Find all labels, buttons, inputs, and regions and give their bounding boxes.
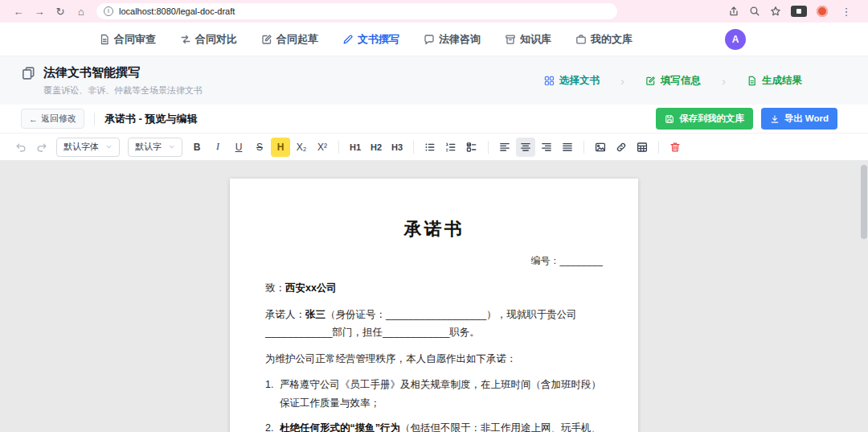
contract-draft-icon — [261, 34, 272, 45]
align-right-button[interactable] — [537, 138, 556, 157]
ordered-list-icon — [445, 142, 457, 153]
underline-button[interactable]: U — [229, 138, 248, 157]
addressee-prefix: 致： — [265, 282, 285, 294]
back-to-edit-button[interactable]: ← 返回修改 — [21, 109, 84, 129]
top-navigation: 合同审查 合同对比 合同起草 文书撰写 法律咨询 知识库 我的文库 A — [0, 23, 868, 56]
chevron-right-icon: › — [620, 74, 624, 88]
document-item-2: 2. 杜绝任何形式的“摸鱼”行为（包括但不限于：非工作用途上网、玩手机、闲聊等与… — [265, 419, 603, 432]
tab-label: 知识库 — [520, 32, 551, 47]
archive-icon — [505, 34, 516, 45]
side-panel-icon[interactable] — [791, 6, 807, 17]
tab-contract-draft[interactable]: 合同起草 — [261, 32, 318, 47]
tab-knowledge-base[interactable]: 知识库 — [505, 32, 551, 47]
step-fill-info[interactable]: 填写信息 — [645, 74, 701, 88]
browser-action-icons: ⋮ — [728, 6, 858, 18]
strikethrough-button[interactable]: S — [250, 138, 269, 157]
tab-doc-writing[interactable]: 文书撰写 — [342, 32, 399, 47]
refresh-icon[interactable]: ↻ — [51, 6, 69, 18]
tab-contract-compare[interactable]: 合同对比 — [180, 32, 237, 47]
chat-icon — [424, 34, 435, 45]
document-addressee: 致：西安xx公司 — [265, 279, 603, 298]
browser-menu-icon[interactable]: ⋮ — [837, 6, 855, 18]
document-promisor: 承诺人：张三（身份证号：__________________），现就职于贵公司_… — [265, 306, 603, 342]
align-center-icon — [520, 142, 531, 153]
heading2-button[interactable]: H2 — [366, 138, 386, 157]
step-select-doc[interactable]: 选择文书 — [544, 74, 600, 88]
back-arrow-icon: ← — [29, 114, 38, 124]
document-item-1: 1. 严格遵守公司《员工手册》及相关规章制度，在上班时间（含加班时段）保证工作质… — [265, 376, 603, 412]
document-view-title: 承诺书 - 预览与编辑 — [104, 112, 198, 126]
home-icon[interactable]: ⌂ — [72, 6, 90, 18]
promisor-prefix: 承诺人： — [265, 309, 305, 320]
page-subtitle: 覆盖诉讼、非诉、仲裁等全场景法律文书 — [43, 84, 203, 97]
tab-label: 文书撰写 — [358, 32, 399, 47]
doc-icon — [747, 76, 757, 86]
address-bar[interactable]: i localhost:8080/legal-doc-draft — [96, 3, 617, 19]
tab-label: 我的文库 — [591, 32, 633, 47]
align-center-button[interactable] — [516, 138, 535, 157]
align-left-icon — [499, 142, 510, 153]
save-button-label: 保存到我的文库 — [679, 113, 744, 125]
info-icon[interactable]: i — [104, 6, 113, 16]
browser-profile-avatar[interactable] — [817, 6, 828, 17]
pen-icon — [342, 34, 354, 45]
bookmark-star-icon[interactable] — [770, 6, 781, 17]
insert-table-button[interactable] — [633, 138, 652, 157]
vertical-divider — [94, 113, 95, 125]
back-icon[interactable]: ← — [10, 6, 27, 18]
step-label: 填写信息 — [661, 74, 701, 88]
editor-toolbar: 默认字体 默认字 B I U S H X₂ X² H1 H2 H3 — [0, 134, 868, 161]
user-avatar[interactable]: A — [725, 29, 746, 50]
tab-label: 合同起草 — [276, 32, 318, 47]
toolbar-divider — [338, 141, 339, 154]
page-title: 法律文书智能撰写 — [43, 65, 203, 80]
document-intro: 为维护公司正常经营管理秩序，本人自愿作出如下承诺： — [265, 350, 603, 368]
scrollbar-thumb[interactable] — [861, 165, 867, 239]
bold-button[interactable]: B — [187, 138, 207, 157]
item-number: 2. — [265, 419, 280, 432]
forward-icon[interactable]: → — [31, 6, 48, 18]
redo-icon — [36, 142, 47, 153]
trash-icon — [669, 142, 681, 153]
item-text: 杜绝任何形式的“摸鱼”行为（包括但不限于：非工作用途上网、玩手机、闲聊等与工作无… — [280, 419, 603, 432]
save-icon — [665, 114, 674, 124]
link-icon — [616, 142, 627, 153]
url-text: localhost:8080/legal-doc-draft — [119, 6, 235, 16]
tab-my-library[interactable]: 我的文库 — [575, 32, 633, 47]
table-icon — [637, 142, 648, 153]
align-left-button[interactable] — [495, 138, 514, 157]
task-list-button[interactable] — [462, 138, 481, 157]
document-number-line: 编号：________ — [265, 254, 603, 268]
toolbar-divider — [583, 141, 584, 154]
tab-label: 合同对比 — [195, 32, 237, 47]
bullet-list-button[interactable] — [420, 138, 440, 157]
undo-button[interactable] — [11, 138, 31, 157]
document-page[interactable]: 承诺书 编号：________ 致：西安xx公司 承诺人：张三（身份证号：___… — [230, 179, 638, 432]
vertical-scrollbar[interactable] — [861, 161, 867, 432]
heading3-button[interactable]: H3 — [387, 138, 407, 157]
export-word-button[interactable]: 导出 Word — [761, 108, 837, 130]
item-text: 严格遵守公司《员工手册》及相关规章制度，在上班时间（含加班时段）保证工作质量与效… — [280, 376, 603, 412]
font-size-select[interactable]: 默认字 — [128, 138, 182, 157]
ordered-list-button[interactable] — [441, 138, 461, 157]
delete-button[interactable] — [665, 138, 685, 157]
redo-button[interactable] — [32, 138, 51, 157]
align-justify-button[interactable] — [558, 138, 577, 157]
highlight-button[interactable]: H — [271, 138, 290, 157]
insert-link-button[interactable] — [612, 138, 631, 157]
font-family-select[interactable]: 默认字体 — [56, 138, 120, 157]
header-actions: 保存到我的文库 导出 Word — [656, 108, 837, 130]
subscript-button[interactable]: X₂ — [292, 138, 311, 157]
zoom-icon[interactable] — [749, 6, 760, 17]
superscript-button[interactable]: X² — [313, 138, 332, 157]
share-icon[interactable] — [728, 6, 739, 17]
italic-button[interactable]: I — [208, 138, 227, 157]
tab-legal-consult[interactable]: 法律咨询 — [424, 32, 481, 47]
save-to-library-button[interactable]: 保存到我的文库 — [656, 108, 753, 130]
download-icon — [770, 114, 780, 124]
heading1-button[interactable]: H1 — [346, 138, 365, 157]
tab-contract-review[interactable]: 合同审查 — [99, 32, 156, 47]
insert-image-button[interactable] — [591, 138, 610, 157]
step-result[interactable]: 生成结果 — [747, 74, 802, 88]
font-size-value: 默认字 — [135, 141, 162, 153]
